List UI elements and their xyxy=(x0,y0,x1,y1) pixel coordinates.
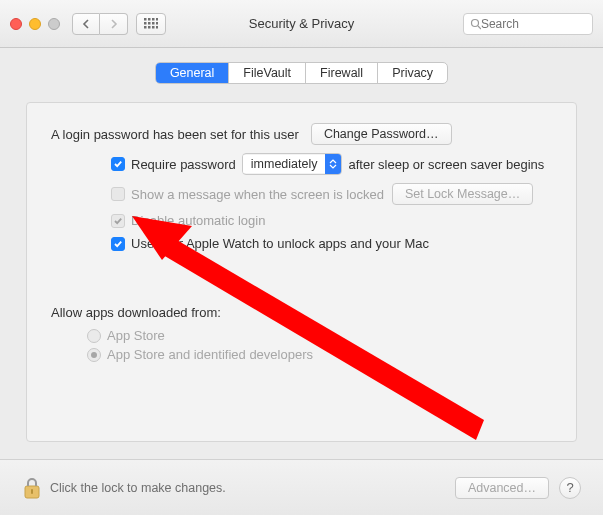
tab-filevault[interactable]: FileVault xyxy=(229,63,306,83)
login-password-text: A login password has been set for this u… xyxy=(51,127,299,142)
tab-firewall[interactable]: Firewall xyxy=(306,63,378,83)
radio-app-store-label: App Store xyxy=(107,328,165,343)
require-password-checkbox[interactable] xyxy=(111,157,125,171)
require-password-delay-value: immediately xyxy=(243,155,326,173)
apple-watch-row: Use your Apple Watch to unlock apps and … xyxy=(111,236,552,251)
general-panel: A login password has been set for this u… xyxy=(26,102,577,442)
require-password-suffix: after sleep or screen saver begins xyxy=(348,157,544,172)
radio-app-store-row: App Store xyxy=(87,328,552,343)
require-password-prefix: Require password xyxy=(131,157,236,172)
checkmark-icon xyxy=(113,159,123,169)
tab-privacy[interactable]: Privacy xyxy=(378,63,447,83)
login-password-row: A login password has been set for this u… xyxy=(51,123,552,145)
show-lock-message-label: Show a message when the screen is locked xyxy=(131,187,384,202)
radio-identified-developers-label: App Store and identified developers xyxy=(107,347,313,362)
lock-text: Click the lock to make changes. xyxy=(50,481,226,495)
apple-watch-checkbox[interactable] xyxy=(111,237,125,251)
lock-icon[interactable] xyxy=(22,476,42,500)
require-password-row: Require password immediately after sleep… xyxy=(111,153,552,175)
titlebar: Security & Privacy xyxy=(0,0,603,48)
radio-identified-developers-row: App Store and identified developers xyxy=(87,347,552,362)
show-lock-message-row: Show a message when the screen is locked… xyxy=(111,183,552,205)
allow-downloads-heading: Allow apps downloaded from: xyxy=(51,305,552,320)
disable-auto-login-label: Disable automatic login xyxy=(131,213,265,228)
checkmark-icon xyxy=(113,239,123,249)
disable-auto-login-row: Disable automatic login xyxy=(111,213,552,228)
radio-app-store xyxy=(87,329,101,343)
advanced-button[interactable]: Advanced… xyxy=(455,477,549,499)
tab-bar: General FileVault Firewall Privacy xyxy=(155,62,448,84)
select-stepper-icon xyxy=(325,154,341,174)
set-lock-message-button: Set Lock Message… xyxy=(392,183,533,205)
radio-identified-developers xyxy=(87,348,101,362)
window-title: Security & Privacy xyxy=(0,16,603,31)
svg-rect-17 xyxy=(31,489,33,494)
disable-auto-login-checkbox xyxy=(111,214,125,228)
main-pane: General FileVault Firewall Privacy A log… xyxy=(0,48,603,442)
help-button[interactable]: ? xyxy=(559,477,581,499)
require-password-delay-select[interactable]: immediately xyxy=(242,153,343,175)
apple-watch-label: Use your Apple Watch to unlock apps and … xyxy=(131,236,429,251)
checkmark-icon xyxy=(113,216,123,226)
show-lock-message-checkbox xyxy=(111,187,125,201)
footer: Click the lock to make changes. Advanced… xyxy=(0,459,603,515)
change-password-button[interactable]: Change Password… xyxy=(311,123,452,145)
tab-general[interactable]: General xyxy=(156,63,229,83)
